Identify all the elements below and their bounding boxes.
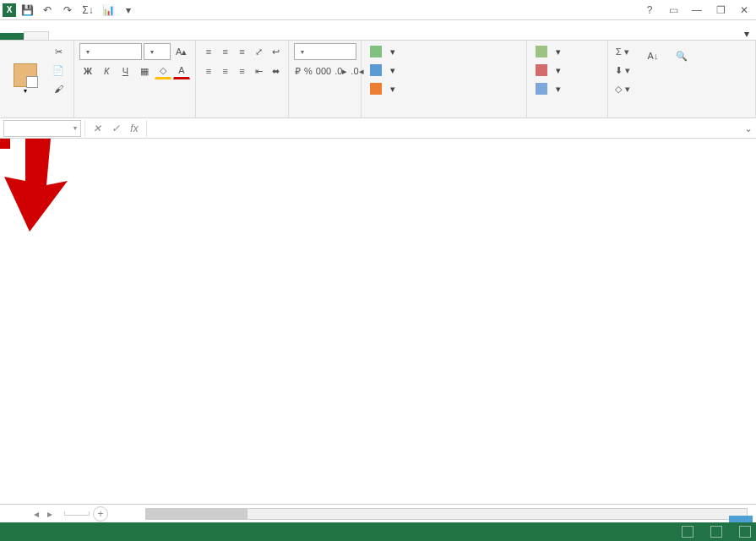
view-pagebreak-icon[interactable]: [739, 526, 751, 538]
delete-cells-button[interactable]: ▾: [532, 62, 602, 79]
qat-undo-icon[interactable]: ↶: [38, 1, 57, 19]
name-box[interactable]: ▾: [3, 120, 81, 137]
orientation-icon[interactable]: ⤢: [251, 43, 266, 60]
align-middle-icon[interactable]: ≡: [218, 43, 233, 60]
sheet-tabs-bar: ◂ ▸ +: [0, 504, 756, 522]
tab-layout[interactable]: [73, 33, 96, 40]
view-layout-icon[interactable]: [710, 526, 722, 538]
percent-icon[interactable]: %: [303, 63, 313, 79]
group-cells-label: [532, 114, 602, 117]
underline-button[interactable]: Ч: [117, 63, 133, 79]
help-icon[interactable]: ?: [638, 1, 661, 19]
cell-styles-button[interactable]: ▾: [367, 80, 521, 97]
format-painter-icon[interactable]: 🖌: [49, 80, 68, 97]
close-icon[interactable]: ✕: [732, 1, 756, 19]
expand-formula-bar-icon[interactable]: ⌄: [741, 123, 756, 134]
svg-marker-0: [4, 139, 68, 232]
bold-button[interactable]: Ж: [79, 63, 96, 79]
comma-icon[interactable]: 000: [315, 63, 332, 79]
group-styles-label: [367, 114, 521, 117]
maximize-icon[interactable]: ❐: [709, 1, 732, 19]
fill-color-icon[interactable]: ◇: [155, 63, 171, 79]
enter-formula-icon[interactable]: ✓: [107, 120, 124, 137]
number-format-combo[interactable]: ▾: [294, 43, 356, 60]
align-center-icon[interactable]: ≡: [218, 63, 233, 79]
cell-styles-icon: [370, 83, 382, 95]
status-bar: [0, 522, 756, 541]
group-align-label: [201, 114, 283, 117]
inc-decimal-icon[interactable]: .0▸: [334, 63, 348, 79]
format-as-table-button[interactable]: ▾: [367, 62, 521, 79]
tab-insert[interactable]: [49, 33, 73, 40]
wrap-text-icon[interactable]: ↩: [268, 43, 283, 60]
tab-nav-next-icon[interactable]: ▸: [47, 508, 52, 520]
clear-icon[interactable]: ◇ ▾: [613, 80, 632, 97]
ribbon: ▾ ✂ 📄 🖌 ▾ ▾ A▴ Ж К Ч ▦ ◇ A: [0, 41, 756, 118]
tab-data[interactable]: [120, 33, 144, 40]
indent-dec-icon[interactable]: ⇤: [251, 63, 266, 79]
tab-review[interactable]: [144, 33, 167, 40]
align-bottom-icon[interactable]: ≡: [235, 43, 250, 60]
font-color-icon[interactable]: A: [173, 63, 190, 79]
ribbon-display-icon[interactable]: ▭: [661, 1, 685, 19]
border-icon[interactable]: ▦: [136, 63, 153, 79]
currency-icon[interactable]: ₽: [294, 63, 302, 79]
insert-cells-icon: [536, 46, 547, 57]
group-editing-label: [613, 114, 750, 117]
fx-icon[interactable]: fx: [126, 120, 143, 137]
grow-font-icon[interactable]: A▴: [172, 43, 190, 60]
format-cells-button[interactable]: ▾: [532, 80, 602, 97]
copy-icon[interactable]: 📄: [49, 62, 68, 79]
find-select-icon[interactable]: 🔍: [669, 43, 694, 68]
autosum-icon[interactable]: Σ ▾: [613, 43, 632, 60]
account-chevron-icon[interactable]: ▾: [744, 28, 749, 40]
font-name-combo[interactable]: ▾: [79, 43, 142, 60]
tab-formulas[interactable]: [96, 33, 120, 40]
conditional-formatting-button[interactable]: ▾: [367, 43, 521, 60]
tab-file[interactable]: [0, 33, 24, 40]
group-clipboard-label: [5, 114, 68, 117]
excel-app-icon: X: [3, 3, 16, 17]
align-left-icon[interactable]: ≡: [201, 63, 216, 79]
fill-icon[interactable]: ⬇ ▾: [613, 62, 632, 79]
add-sheet-button[interactable]: +: [93, 506, 108, 522]
align-right-icon[interactable]: ≡: [235, 63, 250, 79]
selection-highlight-annotation: [0, 139, 10, 149]
arrow-annotation: [0, 139, 68, 232]
font-size-combo[interactable]: ▾: [144, 43, 171, 60]
delete-cells-icon: [536, 64, 547, 76]
tab-home[interactable]: [24, 31, 49, 40]
tab-view[interactable]: [167, 33, 191, 40]
ribbon-tabs: ▾: [0, 20, 756, 41]
view-normal-icon[interactable]: [682, 526, 693, 538]
qat-chart-icon[interactable]: 📊: [99, 1, 117, 19]
cut-icon[interactable]: ✂: [49, 43, 68, 60]
italic-button[interactable]: К: [98, 63, 115, 79]
table-icon: [370, 64, 382, 76]
group-font-label: [79, 114, 190, 117]
qat-save-icon[interactable]: 💾: [18, 1, 36, 19]
paste-icon: [14, 63, 37, 87]
horizontal-scrollbar[interactable]: [145, 508, 748, 520]
insert-cells-button[interactable]: ▾: [532, 43, 602, 60]
tab-nav-prev-icon[interactable]: ◂: [34, 508, 39, 520]
format-cells-icon: [536, 83, 547, 95]
worksheet-area[interactable]: [0, 139, 756, 504]
merge-icon[interactable]: ⬌: [268, 63, 283, 79]
watermark: [729, 516, 753, 522]
cond-format-icon: [370, 46, 382, 57]
sort-filter-icon[interactable]: A↓: [640, 43, 666, 68]
sheet-tab-active[interactable]: [64, 511, 90, 516]
qat-redo-icon[interactable]: ↷: [58, 1, 77, 19]
minimize-icon[interactable]: —: [685, 1, 709, 19]
qat-sort-icon[interactable]: Σ↓: [79, 1, 97, 19]
paste-button[interactable]: ▾: [5, 43, 46, 114]
title-bar: X 💾 ↶ ↷ Σ↓ 📊 ▾ ? ▭ — ❐ ✕: [0, 0, 756, 20]
group-number-label: [294, 114, 356, 117]
formula-bar: ▾ ✕ ✓ fx ⌄: [0, 118, 756, 139]
align-top-icon[interactable]: ≡: [201, 43, 216, 60]
cancel-formula-icon[interactable]: ✕: [89, 120, 106, 137]
qat-customize-icon[interactable]: ▾: [119, 1, 138, 19]
